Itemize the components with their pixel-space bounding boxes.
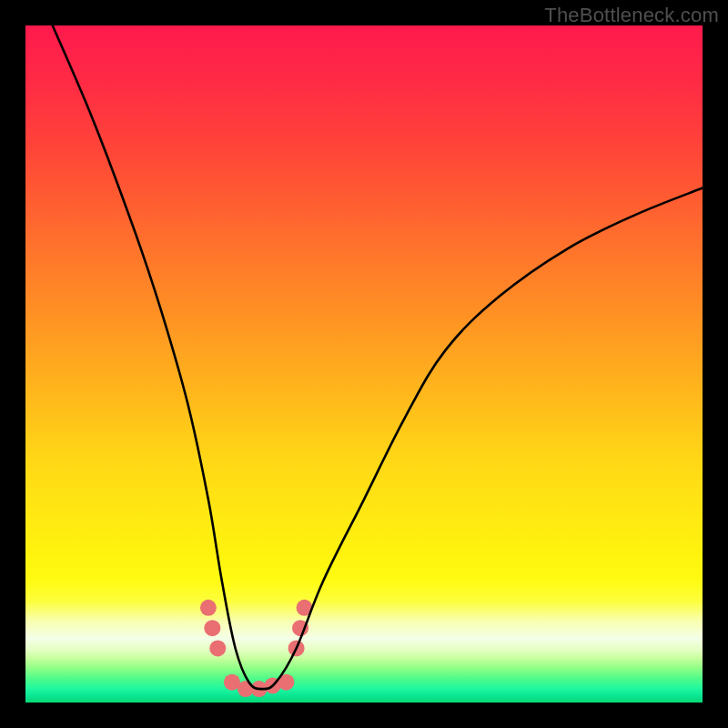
trough-marker <box>238 681 254 697</box>
trough-markers <box>200 600 313 697</box>
trough-marker <box>265 677 281 693</box>
plot-area <box>25 25 703 703</box>
trough-marker <box>204 620 220 636</box>
trough-marker <box>292 620 308 636</box>
trough-marker <box>278 674 294 691</box>
curve-layer <box>25 25 703 703</box>
bottleneck-curve <box>53 25 703 689</box>
trough-marker <box>251 681 268 697</box>
trough-marker <box>224 674 240 691</box>
trough-marker <box>288 640 305 656</box>
trough-marker <box>297 600 313 616</box>
trough-marker <box>200 600 217 616</box>
watermark-text: TheBottleneck.com <box>544 4 719 27</box>
trough-marker <box>209 640 226 656</box>
chart-frame: TheBottleneck.com <box>0 0 728 728</box>
